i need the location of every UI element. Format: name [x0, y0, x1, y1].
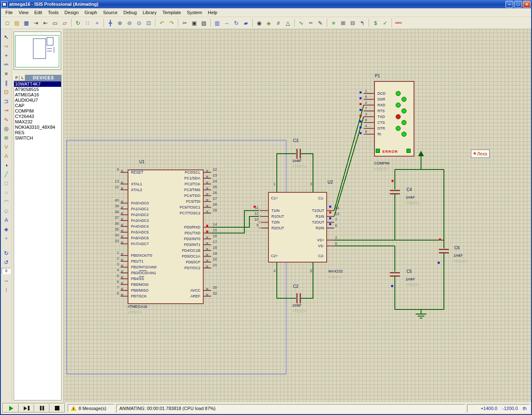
cut-button[interactable]: ✂ [180, 18, 190, 28]
rotation-angle-display[interactable]: 0 [2, 268, 11, 274]
current-probe-mode-button[interactable]: A [1, 151, 11, 160]
play-button[interactable] [3, 404, 19, 413]
terminals-mode-button[interactable]: ⊐ [1, 96, 11, 106]
subcircuit-mode-button[interactable]: ⊡ [1, 87, 11, 96]
device-item-audio4u7[interactable]: AUDIO4U7 [14, 98, 61, 103]
virtual-instruments-mode-button[interactable]: ◑ [1, 160, 11, 169]
device-item-compim[interactable]: COMPIM [14, 108, 61, 114]
packaging-tool-button[interactable]: # [273, 18, 283, 28]
design-explorer-button[interactable]: ≡ [329, 18, 338, 28]
message-panel[interactable]: ! 8 Message(s) [68, 404, 114, 413]
new-sheet-button[interactable]: ⊞ [338, 18, 348, 28]
rotate-anticlockwise-button[interactable]: ↺ [1, 258, 11, 267]
menu-debug[interactable]: Debug [121, 9, 140, 16]
menu-library[interactable]: Library [140, 9, 160, 16]
2d-arc-mode-button[interactable]: ◠ [1, 197, 11, 206]
library-manager-button[interactable]: L [20, 75, 25, 81]
device-pins-mode-button[interactable]: ⊸ [1, 106, 11, 115]
pick-device-button[interactable]: ◉ [254, 18, 264, 28]
menu-graph[interactable]: Graph [81, 9, 100, 16]
block-delete-button[interactable]: ▰ [241, 18, 251, 28]
wire-autorouter-button[interactable]: ∿ [296, 18, 306, 28]
junction-dot-mode-button[interactable]: + [1, 51, 11, 60]
redraw-button[interactable]: ↻ [73, 18, 83, 28]
decompose-button[interactable]: △ [283, 18, 293, 28]
menu-source[interactable]: Source [100, 9, 121, 16]
minimize-button[interactable] [505, 1, 513, 8]
device-item-cy26443[interactable]: CY26443 [14, 114, 61, 119]
menu-view[interactable]: View [16, 9, 32, 16]
device-item-switch[interactable]: SWITCH [14, 135, 61, 141]
menu-template[interactable]: Template [160, 9, 184, 16]
2d-text-mode-button[interactable]: A [1, 215, 11, 224]
component-mode-button[interactable]: ⇒ [1, 42, 11, 51]
block-rotate-button[interactable]: ↻ [232, 18, 241, 28]
mirror-horizontal-button[interactable]: ↔ [1, 275, 11, 285]
copy-button[interactable]: ▣ [190, 18, 199, 28]
electrical-rule-check-button[interactable]: ✓ [380, 18, 390, 28]
titlebar[interactable]: atmega16 - ISIS Professional (Animating) [0, 0, 532, 8]
device-item-atmega16[interactable]: ATMEGA16 [14, 92, 61, 98]
device-item-res[interactable]: RES [14, 130, 61, 135]
menu-edit[interactable]: Edit [31, 9, 45, 16]
device-item-nokia3310_48x84[interactable]: NOKIA3310_48X84 [14, 125, 61, 130]
bill-of-materials-button[interactable]: $ [371, 18, 380, 28]
device-item-cap[interactable]: CAP [14, 103, 61, 108]
import-section-button[interactable]: ⇥ [31, 18, 41, 28]
selection-mode-button[interactable]: ↖ [1, 32, 11, 42]
print-button[interactable]: ▭ [50, 18, 60, 28]
maximize-button[interactable] [514, 1, 522, 8]
menu-tools[interactable]: Tools [45, 9, 62, 16]
netlist-to-ares-button[interactable]: ARES [394, 18, 403, 28]
toggle-false-origin-button[interactable]: + [92, 18, 102, 28]
toggle-grid-button[interactable]: ∷ [83, 18, 92, 28]
zoom-area-button[interactable]: ⊡ [144, 18, 153, 28]
schematic-canvas[interactable]: Леха 9RESET13XTAL112XTAL240PA0/ADC039PA1… [63, 29, 531, 402]
2d-markers-mode-button[interactable]: + [1, 233, 11, 243]
remove-sheet-button[interactable]: ⊟ [348, 18, 357, 28]
rotate-clockwise-button[interactable]: ↻ [1, 248, 11, 258]
2d-symbols-mode-button[interactable]: ◈ [1, 224, 11, 233]
text-script-mode-button[interactable]: ≡ [1, 69, 11, 78]
menu-help[interactable]: Help [205, 9, 220, 16]
paste-button[interactable]: ▧ [199, 18, 209, 28]
generator-mode-button[interactable]: ⊚ [1, 133, 11, 142]
zoom-all-button[interactable]: ⊙ [134, 18, 144, 28]
menu-file[interactable]: File [2, 9, 16, 16]
menu-design[interactable]: Design [62, 9, 81, 16]
pause-button[interactable] [34, 404, 49, 413]
device-item-at90s8515[interactable]: AT90S8515 [14, 87, 61, 92]
menu-system[interactable]: System [184, 9, 205, 16]
block-copy-button[interactable]: ▥ [212, 18, 222, 28]
device-item-max232[interactable]: MAX232 [14, 119, 61, 125]
open-file-button[interactable]: ▤ [12, 18, 22, 28]
export-section-button[interactable]: ⇤ [41, 18, 50, 28]
graph-mode-button[interactable]: ∿ [1, 115, 11, 124]
buses-mode-button[interactable]: ∥ [1, 78, 11, 87]
make-device-button[interactable]: ◈ [264, 18, 273, 28]
close-button[interactable] [523, 1, 531, 8]
zoom-in-button[interactable]: ⊕ [115, 18, 125, 28]
wire-label-mode-button[interactable]: LBL [1, 60, 11, 69]
2d-path-mode-button[interactable]: ◇ [1, 206, 11, 215]
voltage-probe-mode-button[interactable]: V [1, 142, 11, 151]
save-file-button[interactable]: ▦ [22, 18, 31, 28]
pan-button[interactable]: ╋ [106, 18, 115, 28]
2d-circle-mode-button[interactable]: ○ [1, 188, 11, 197]
redo-button[interactable]: ↷ [167, 18, 176, 28]
stop-button[interactable] [49, 404, 65, 413]
goto-sheet-button[interactable]: ↰ [357, 18, 367, 28]
pick-devices-button[interactable]: P [14, 75, 20, 81]
property-assignment-button[interactable]: ✎ [315, 18, 325, 28]
overview-window[interactable] [14, 32, 61, 70]
2d-box-mode-button[interactable]: □ [1, 179, 11, 188]
step-button[interactable] [19, 404, 34, 413]
2d-line-mode-button[interactable]: ╱ [1, 169, 11, 179]
mirror-vertical-button[interactable]: ↕ [1, 285, 11, 294]
block-move-button[interactable]: ⇔ [222, 18, 232, 28]
mark-output-area-button[interactable]: ▱ [60, 18, 69, 28]
tape-recorder-mode-button[interactable]: ◎ [1, 124, 11, 133]
device-item-10watt4k7[interactable]: 10WATT4K7 [14, 81, 61, 87]
undo-button[interactable]: ↶ [157, 18, 167, 28]
new-file-button[interactable]: □ [2, 18, 12, 28]
